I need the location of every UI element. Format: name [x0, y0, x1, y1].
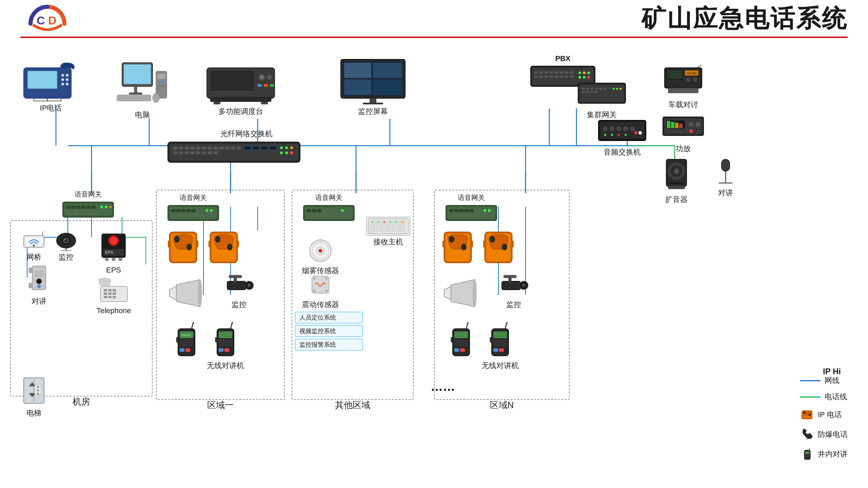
svg-point-390 — [809, 413, 811, 416]
svg-point-129 — [617, 127, 621, 131]
svg-rect-386 — [499, 348, 504, 352]
svg-rect-375 — [460, 348, 465, 352]
svg-point-214 — [64, 239, 66, 240]
legend-explosion-phone: 防爆电话 — [800, 428, 848, 441]
svg-rect-305 — [219, 348, 223, 352]
svg-rect-85 — [565, 71, 569, 74]
svg-rect-393 — [805, 451, 810, 454]
telephone-device: Telephone — [97, 278, 131, 315]
phone-line-sample — [800, 396, 821, 398]
svg-rect-172 — [219, 146, 224, 150]
monitor-screen-device: 监控屏幕 — [339, 58, 407, 117]
smoke-sensor-device: 烟雾传感器 — [302, 237, 339, 276]
svg-point-326 — [401, 221, 403, 223]
logo: C D — [20, 2, 75, 36]
svg-point-282 — [248, 284, 249, 285]
svg-rect-312 — [317, 209, 321, 212]
legend-phone-line: 电话线 — [800, 392, 848, 402]
svg-rect-249 — [113, 292, 116, 295]
svg-rect-276 — [237, 241, 239, 247]
svg-text:RADIO: RADIO — [181, 333, 191, 337]
svg-point-241 — [112, 258, 115, 261]
svg-rect-67 — [214, 102, 220, 104]
svg-point-330 — [319, 249, 322, 252]
explosion-phone-icon-legend — [800, 428, 814, 441]
svg-line-392 — [809, 448, 810, 450]
svg-rect-103 — [581, 87, 585, 90]
svg-point-62 — [267, 75, 272, 80]
svg-point-113 — [613, 88, 615, 90]
svg-rect-76 — [363, 103, 383, 104]
svg-rect-225 — [29, 268, 32, 273]
svg-text:EPS: EPS — [105, 250, 113, 255]
svg-point-334 — [326, 278, 328, 280]
svg-rect-184 — [244, 146, 251, 150]
svg-rect-296 — [176, 337, 178, 342]
svg-point-325 — [395, 221, 397, 223]
legend-ip-phone: IP 电话 — [800, 408, 848, 422]
svg-rect-93 — [565, 75, 569, 78]
svg-rect-350 — [442, 241, 444, 247]
svg-rect-105 — [590, 87, 594, 90]
svg-rect-90 — [549, 75, 553, 78]
svg-rect-247 — [104, 292, 107, 295]
svg-rect-106 — [595, 87, 598, 90]
svg-rect-199 — [81, 206, 85, 209]
svg-rect-71 — [344, 63, 371, 78]
svg-point-348 — [449, 236, 454, 243]
svg-point-355 — [502, 244, 507, 250]
svg-rect-180 — [196, 151, 201, 155]
intercom-desk-device: 对讲 — [712, 156, 739, 198]
voice-gw-zoneN: 语音网关 — [444, 193, 498, 222]
svg-rect-111 — [590, 91, 594, 93]
svg-rect-284 — [229, 275, 242, 278]
svg-rect-300 — [219, 331, 232, 338]
svg-point-95 — [578, 72, 581, 74]
svg-rect-181 — [202, 151, 206, 155]
svg-rect-369 — [454, 331, 468, 338]
svg-rect-311 — [312, 209, 316, 212]
svg-rect-201 — [92, 206, 96, 209]
svg-point-321 — [371, 221, 373, 223]
svg-rect-379 — [506, 322, 508, 324]
svg-rect-110 — [586, 91, 589, 93]
svg-line-209 — [42, 231, 44, 232]
svg-rect-59 — [211, 71, 254, 90]
intercom-legend-label: 井内对讲 — [818, 449, 848, 459]
svg-rect-66 — [210, 98, 271, 102]
computer-device: 电脑 — [115, 61, 170, 120]
svg-rect-112 — [595, 91, 598, 93]
zoneN-radio — [448, 322, 475, 359]
svg-rect-310 — [307, 209, 311, 212]
svg-point-202 — [100, 206, 103, 208]
svg-rect-196 — [66, 206, 70, 209]
svg-point-260 — [205, 209, 208, 212]
svg-rect-83 — [554, 71, 558, 74]
machine-room-label: 机房 — [73, 396, 90, 408]
header-divider — [20, 37, 848, 38]
svg-rect-179 — [190, 151, 195, 155]
network-line-label: 网线 — [825, 375, 840, 386]
zone1-camera: 监控 — [224, 274, 254, 310]
svg-rect-143 — [675, 123, 678, 128]
svg-point-97 — [587, 72, 590, 74]
svg-text:D: D — [48, 14, 57, 27]
svg-rect-53 — [157, 85, 165, 87]
svg-rect-167 — [190, 146, 195, 150]
svg-rect-174 — [231, 146, 235, 150]
svg-point-146 — [695, 122, 701, 127]
svg-point-224 — [37, 285, 41, 288]
svg-rect-331 — [319, 239, 322, 241]
svg-point-358 — [473, 280, 476, 307]
svg-rect-226 — [29, 283, 32, 288]
svg-point-132 — [604, 134, 606, 136]
svg-rect-258 — [186, 209, 191, 212]
svg-rect-165 — [179, 146, 183, 150]
svg-rect-356 — [483, 241, 485, 247]
svg-rect-269 — [168, 241, 170, 247]
network-bridge-device: 网桥 — [20, 230, 47, 262]
svg-rect-197 — [71, 206, 75, 209]
voice-gw-left-label: 语音网关 — [75, 190, 102, 199]
svg-rect-118 — [667, 70, 683, 79]
receive-host-device: 接收主机 — [366, 217, 410, 247]
